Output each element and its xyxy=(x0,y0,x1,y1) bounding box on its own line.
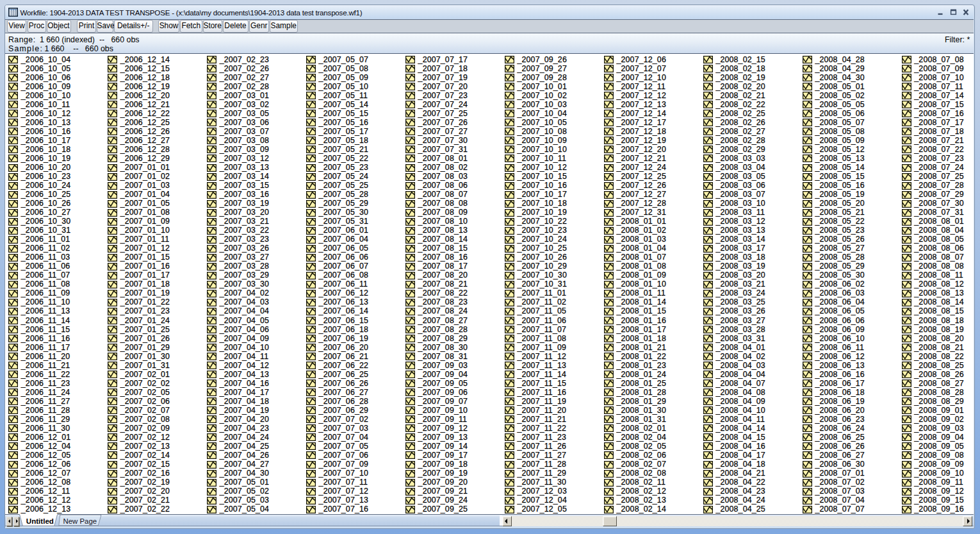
svg-text:Untitled: Untitled xyxy=(26,517,54,525)
svg-text:New Page: New Page xyxy=(63,517,97,525)
